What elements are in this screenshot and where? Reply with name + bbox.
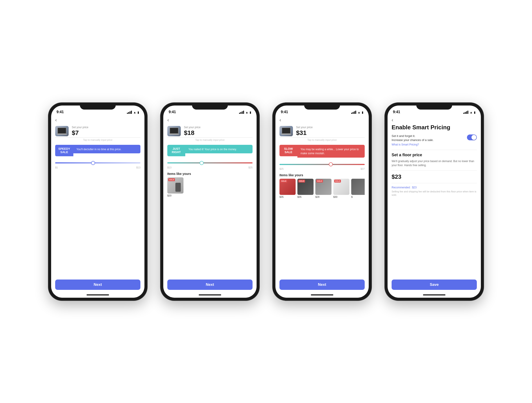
- signal-bar-8: [243, 111, 244, 114]
- laptop-icon-1: [57, 128, 67, 135]
- signal-bar-16: [467, 111, 468, 114]
- phone-3-screen: 9:41 ▲ ▮ ‹: [275, 105, 369, 298]
- save-button[interactable]: Save: [392, 280, 477, 290]
- tap-manual-2[interactable]: Tap to manually input price: [163, 138, 257, 141]
- laptop-image-2: [167, 126, 181, 136]
- set-price-label-3: Set your price: [296, 126, 365, 129]
- back-bar-1: ‹: [51, 115, 145, 124]
- signal-bar-5: [239, 113, 240, 114]
- wifi-icon-3: ▲: [357, 111, 361, 114]
- toggle-text: Set it and forget it. Increase your chan…: [392, 134, 465, 142]
- page-container: 9:41 ▲ ▮ ‹: [0, 0, 532, 403]
- items-row-2: SOLD $20: [167, 177, 253, 197]
- back-bar-3: ‹: [275, 115, 369, 124]
- item-thumb-3-1: SOLD: [298, 179, 314, 195]
- slider-thumb-3[interactable]: [329, 162, 333, 166]
- slider-track-bg-2: [167, 162, 253, 163]
- item-thumb-2-0: SOLD: [167, 177, 184, 194]
- bottom-btn-wrapper-4: Save: [387, 277, 481, 294]
- slider-thumb-2[interactable]: [200, 161, 204, 165]
- status-time-2: 9:41: [169, 110, 176, 114]
- screen-content-4: ‹ Enable Smart Pricing Set it and forget…: [387, 115, 481, 298]
- price-value-1: $7: [72, 129, 140, 136]
- slider-track-1[interactable]: [55, 161, 140, 165]
- notch-4: [416, 103, 452, 110]
- screen-content-1: ‹ Set your price: [51, 115, 145, 298]
- next-btn-label-2: Next: [206, 282, 214, 287]
- badge-row-1: SPEEDYSALE You'll declutter in no time a…: [55, 145, 140, 156]
- items-section-2: Items like yours SOLD $20: [163, 171, 257, 277]
- phone-4-wrapper: 9:41 ▲ ▮ ‹: [385, 103, 484, 300]
- badge-box-2: JUSTRIGHT: [167, 145, 185, 156]
- toggle-row: Set it and forget it. Increase your chan…: [392, 134, 477, 142]
- set-price-label-2: Set your price: [184, 126, 253, 129]
- signal-bars-3: [351, 111, 356, 114]
- item-thumb-3-2: SOLD: [315, 179, 331, 195]
- laptop-screen-2: [170, 128, 178, 134]
- slider-thumb-1[interactable]: [91, 161, 95, 165]
- next-button-1[interactable]: Next: [55, 280, 140, 290]
- slider-max-2: $25: [248, 166, 253, 169]
- badge-desc-box-1: You'll declutter in no time at this pric…: [73, 145, 140, 154]
- next-button-3[interactable]: Next: [279, 280, 365, 290]
- slider-min-3: $25: [279, 168, 284, 170]
- signal-bar-14: [465, 112, 466, 114]
- slider-labels-3: $25 $37: [279, 168, 365, 170]
- product-thumb-1: [55, 126, 69, 136]
- sold-badge-3-0: SOLD: [280, 180, 287, 182]
- smart-pricing-content: Enable Smart Pricing Set it and forget i…: [387, 124, 481, 277]
- bottom-btn-wrapper-2: Next: [163, 277, 257, 294]
- laptop-base-2: [169, 134, 179, 135]
- back-arrow-1[interactable]: ‹: [55, 117, 57, 123]
- phone-2-wrapper: 9:41 ▲ ▮ ‹: [161, 103, 259, 300]
- toggle-line1: Set it and forget it. Increase your chan…: [392, 134, 465, 142]
- price-value-3: $31: [296, 129, 365, 136]
- phone-3-wrapper: 9:41 ▲ ▮ ‹: [273, 103, 371, 300]
- wifi-icon-4: ▲: [470, 111, 473, 114]
- price-section-3: Set your price $31: [275, 124, 369, 137]
- status-time-1: 9:41: [57, 110, 64, 114]
- next-btn-label-3: Next: [318, 282, 326, 287]
- item-price-3-2: $28: [315, 195, 331, 198]
- badge-title-2: JUSTRIGHT: [172, 147, 181, 154]
- badge-title-3: SLOWSALE: [284, 147, 293, 154]
- signal-bar-11: [354, 111, 355, 114]
- items-title-3: Items like yours: [279, 173, 365, 177]
- status-icons-1: ▲ ▮: [127, 111, 139, 114]
- slider-max-1: $13: [136, 166, 140, 169]
- price-section-2: Set your price $18: [163, 124, 257, 137]
- sold-badge-3-2: SOLD: [316, 180, 323, 182]
- sp-divider-3: [392, 183, 477, 183]
- smart-pricing-link[interactable]: What is Smart Pricing?: [392, 143, 477, 146]
- slider-section-3: $25 $37: [275, 159, 369, 172]
- toggle-switch[interactable]: [467, 135, 477, 140]
- back-arrow-4[interactable]: ‹: [392, 117, 393, 123]
- badge-title-1: SPEEDYSALE: [58, 147, 70, 154]
- sale-section-1: SPEEDYSALE You'll declutter in no time a…: [51, 143, 145, 158]
- tap-manual-1[interactable]: Tap to manually input price: [51, 138, 145, 141]
- slider-track-2[interactable]: [167, 161, 253, 165]
- back-arrow-2[interactable]: ‹: [167, 117, 169, 123]
- laptop-base-1: [57, 134, 67, 135]
- sale-section-3: SLOWSALE You may be waiting a while... L…: [275, 143, 369, 160]
- signal-bar-4: [131, 111, 132, 114]
- next-button-2[interactable]: Next: [167, 280, 253, 290]
- back-bar-2: ‹: [163, 115, 257, 124]
- price-section-1: Set your price $7: [51, 124, 145, 137]
- status-icons-4: ▲ ▮: [463, 111, 475, 114]
- signal-bar-9: [351, 113, 352, 114]
- badge-desc-1: You'll declutter in no time at this pric…: [76, 148, 121, 151]
- phone-3: 9:41 ▲ ▮ ‹: [273, 103, 371, 300]
- item-card-3-0: SOLD $35: [279, 179, 296, 198]
- wifi-icon-2: ▲: [245, 111, 248, 114]
- signal-bar-3: [130, 111, 131, 114]
- tap-manual-3[interactable]: Tap to manually input price: [275, 138, 369, 141]
- laptop-icon-2: [169, 128, 179, 135]
- item-card-2-0: SOLD $20: [167, 177, 184, 197]
- screen-content-3: ‹ Set your price: [275, 115, 369, 298]
- slider-track-3[interactable]: [279, 162, 365, 167]
- price-info-1: Set your price $7: [72, 126, 140, 136]
- back-arrow-3[interactable]: ‹: [279, 117, 281, 123]
- set-price-label-1: Set your price: [72, 126, 140, 129]
- screen-content-2: ‹ Set your price: [163, 115, 257, 298]
